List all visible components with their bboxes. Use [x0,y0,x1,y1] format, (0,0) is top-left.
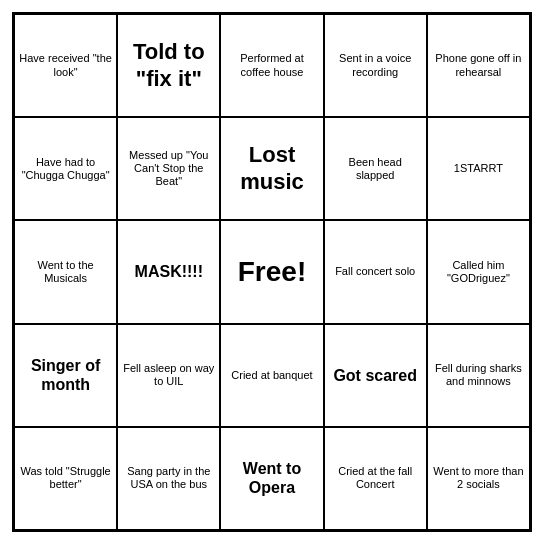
cell-2-3[interactable]: Fall concert solo [324,220,427,323]
cell-0-2[interactable]: Performed at coffee house [220,14,323,117]
cell-2-1[interactable]: MASK!!!! [117,220,220,323]
cell-2-2[interactable]: Free! [220,220,323,323]
cell-1-2[interactable]: Lost music [220,117,323,220]
cell-3-2[interactable]: Cried at banquet [220,324,323,427]
cell-4-4[interactable]: Went to more than 2 socials [427,427,530,530]
cell-2-4[interactable]: Called him "GODriguez" [427,220,530,323]
cell-1-4[interactable]: 1STARRT [427,117,530,220]
cell-1-0[interactable]: Have had to "Chugga Chugga" [14,117,117,220]
cell-1-3[interactable]: Been head slapped [324,117,427,220]
bingo-board: Have received "the look"Told to "fix it"… [12,12,532,532]
cell-0-4[interactable]: Phone gone off in rehearsal [427,14,530,117]
cell-3-4[interactable]: Fell during sharks and minnows [427,324,530,427]
cell-0-0[interactable]: Have received "the look" [14,14,117,117]
cell-4-3[interactable]: Cried at the fall Concert [324,427,427,530]
cell-0-1[interactable]: Told to "fix it" [117,14,220,117]
cell-4-2[interactable]: Went to Opera [220,427,323,530]
cell-2-0[interactable]: Went to the Musicals [14,220,117,323]
cell-3-3[interactable]: Got scared [324,324,427,427]
cell-3-0[interactable]: Singer of month [14,324,117,427]
cell-1-1[interactable]: Messed up "You Can't Stop the Beat" [117,117,220,220]
cell-4-1[interactable]: Sang party in the USA on the bus [117,427,220,530]
cell-4-0[interactable]: Was told "Struggle better" [14,427,117,530]
cell-0-3[interactable]: Sent in a voice recording [324,14,427,117]
cell-3-1[interactable]: Fell asleep on way to UIL [117,324,220,427]
